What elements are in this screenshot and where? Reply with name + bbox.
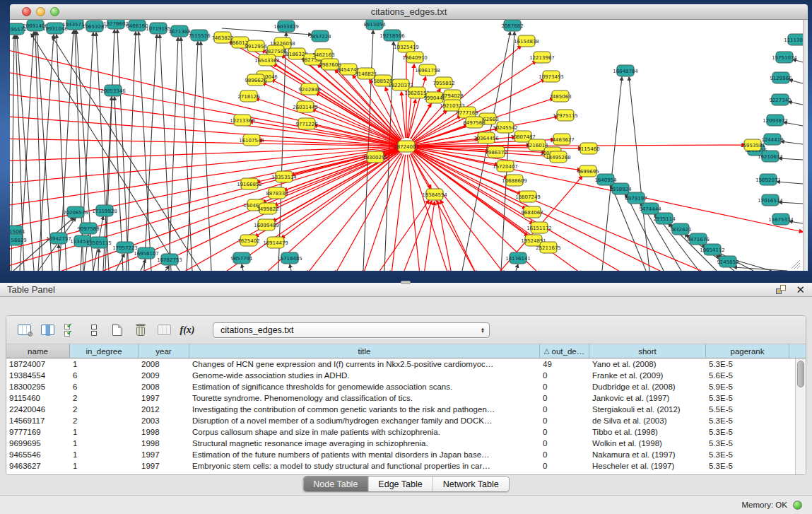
table-cell-pagerank: 5.3E-5 <box>706 462 789 470</box>
graph-node-label: 11113067 <box>784 37 803 43</box>
table-cell-short: Tibbo et al. (1998) <box>589 428 706 436</box>
graph-edge <box>290 264 291 271</box>
graph-node-label: 26031449 <box>293 105 318 110</box>
table-row[interactable]: 977716911998Corpus callosum shape and si… <box>6 426 806 438</box>
graph-node-label: 16543362 <box>254 58 280 64</box>
graph-node-label: 18807249 <box>515 194 541 200</box>
table-cell-in_degree: 6 <box>70 382 139 391</box>
resize-grip-icon[interactable] <box>792 260 800 269</box>
table-cell-name: 18300295 <box>6 382 70 391</box>
table-cell-title: Estimation of the future numbers of pati… <box>189 450 540 459</box>
table-cell-title: Changes of HCN gene expression and I(f) … <box>189 360 540 368</box>
graph-node-label: 16033839 <box>273 24 299 30</box>
table-cell-short: Wolkin et al. (1998) <box>589 439 706 448</box>
table-row[interactable]: 1456911722003Disruption of a novel membe… <box>6 415 806 426</box>
table-cell-name: 9463627 <box>6 462 70 470</box>
graph-node-label: 1640954 <box>594 177 617 183</box>
memory-status-label: Memory: OK <box>741 501 787 509</box>
graph-node-label: 11156829 <box>10 238 27 243</box>
table-cell-pagerank: 5.9E-5 <box>706 382 789 391</box>
table-row[interactable]: 946362711997Embryonic stem cells: a mode… <box>6 460 806 472</box>
table-cell-name: 18724007 <box>6 360 70 368</box>
table-vertical-scrollbar[interactable] <box>795 358 806 475</box>
row-height-button[interactable] <box>83 320 105 340</box>
graph-node-label: 20206576 <box>63 210 88 216</box>
table-panel-inset: ⚙ ✔✔ f(x) citations_edges.txt ▲▼ namein <box>6 315 806 475</box>
column-header-name[interactable]: name <box>6 344 70 358</box>
table-scrollbar-thumb[interactable] <box>797 361 804 387</box>
graph-node-label: 8878334 <box>266 191 288 197</box>
memory-status-led <box>793 501 802 510</box>
table-cell-name: 9777169 <box>6 428 70 436</box>
graph-node-label: 18220373 <box>388 83 413 88</box>
column-header-title[interactable]: title <box>189 344 540 358</box>
table-cell-out_degree: 0 <box>540 450 589 459</box>
graph-edge <box>407 155 420 271</box>
table-row[interactable]: 1872400712008Changes of HCN gene express… <box>6 358 806 370</box>
select-columns-button[interactable] <box>37 320 58 340</box>
panel-resize-handle[interactable] <box>401 281 411 284</box>
graph-node-label: 15692071 <box>755 177 781 183</box>
table-row[interactable]: 2242004622012Investigating the contribut… <box>6 404 806 415</box>
tab-edge-table[interactable]: Edge Table <box>368 477 433 491</box>
delete-column-button[interactable] <box>130 320 151 340</box>
graph-edge <box>126 32 136 271</box>
graph-edge <box>10 139 398 146</box>
table-selector-dropdown[interactable]: citations_edges.txt ▲▼ <box>213 322 490 338</box>
graph-edge <box>440 200 476 271</box>
graph-edge <box>59 245 59 271</box>
graph-node-label: 10807487 <box>510 134 536 140</box>
graph-node-label: 8938924 <box>609 187 632 192</box>
column-header-label: pagerank <box>731 347 765 356</box>
tab-node-table[interactable]: Node Table <box>303 477 368 491</box>
window-titlebar[interactable]: citations_edges.txt <box>10 4 808 20</box>
graph-edge <box>424 201 435 271</box>
table-cell-in_degree: 2 <box>70 405 139 414</box>
column-header-out_degree[interactable]: △out_de… <box>540 344 589 358</box>
column-header-year[interactable]: year <box>139 344 189 358</box>
graph-node-label: 14463627 <box>549 137 575 143</box>
graph-edge <box>10 146 398 161</box>
graph-node-label: 10719185 <box>146 26 171 32</box>
graph-node-label: 18724007 <box>394 144 419 150</box>
table-cell-out_degree: 0 <box>540 439 589 448</box>
graph-node-label: 17359928 <box>92 209 117 214</box>
status-bar: Memory: OK <box>0 495 812 514</box>
function-builder-button[interactable]: f(x) <box>177 320 198 340</box>
import-table-button[interactable] <box>153 320 175 340</box>
tab-network-table[interactable]: Network Table <box>433 477 509 491</box>
table-row[interactable]: 969969511998Structural magnetic resonanc… <box>6 438 806 449</box>
table-row[interactable]: 911546021997Tourette syndrome. Phenomeno… <box>6 392 806 404</box>
float-panel-icon[interactable] <box>776 285 786 294</box>
column-header-label: name <box>28 347 48 356</box>
table-cell-name: 14569117 <box>6 416 70 425</box>
graph-node-label: 4671368 <box>168 29 190 35</box>
network-graph-canvas[interactable]: 2495572206914061893104619435714106532871… <box>10 20 803 271</box>
graph-node-label: 9827506 <box>264 49 287 54</box>
table-options-button[interactable]: ⚙ <box>13 320 35 340</box>
window-title: citations_edges.txt <box>10 6 808 17</box>
graph-node-label: 9777169 <box>456 110 478 116</box>
graph-node-label: 16648784 <box>613 69 638 74</box>
graph-node-label: 12093872 <box>763 118 788 124</box>
graph-node-label: 9245652 <box>717 259 739 265</box>
table-row[interactable]: 1830029562008Estimation of significance … <box>6 381 806 392</box>
table-cell-short: Hescheler et al. (1997) <box>589 462 706 470</box>
column-header-short[interactable]: short <box>589 344 706 358</box>
select-all-button[interactable]: ✔✔ <box>60 320 81 340</box>
graph-node-label: 2087682 <box>501 23 523 29</box>
column-header-in_degree[interactable]: in_degree <box>70 344 139 358</box>
graph-edge <box>165 266 169 271</box>
column-header-pagerank[interactable]: pagerank <box>706 344 789 358</box>
graph-node-label: 7857224 <box>309 34 331 40</box>
table-cell-pagerank: 5.3E-5 <box>706 360 789 368</box>
table-row[interactable]: 946554611997Estimation of the future num… <box>6 449 806 460</box>
column-header-label: short <box>638 347 657 356</box>
table-cell-short: Jankovic et al. (1997) <box>589 394 706 402</box>
close-panel-icon[interactable]: ✕ <box>796 284 805 295</box>
graph-node-label: 9474444 <box>639 206 661 212</box>
table-cell-in_degree: 6 <box>70 371 139 380</box>
graph-vertical-scrollbar[interactable] <box>803 20 808 271</box>
table-row[interactable]: 1938455462009Genome-wide association stu… <box>6 370 806 381</box>
create-column-button[interactable] <box>107 320 128 340</box>
